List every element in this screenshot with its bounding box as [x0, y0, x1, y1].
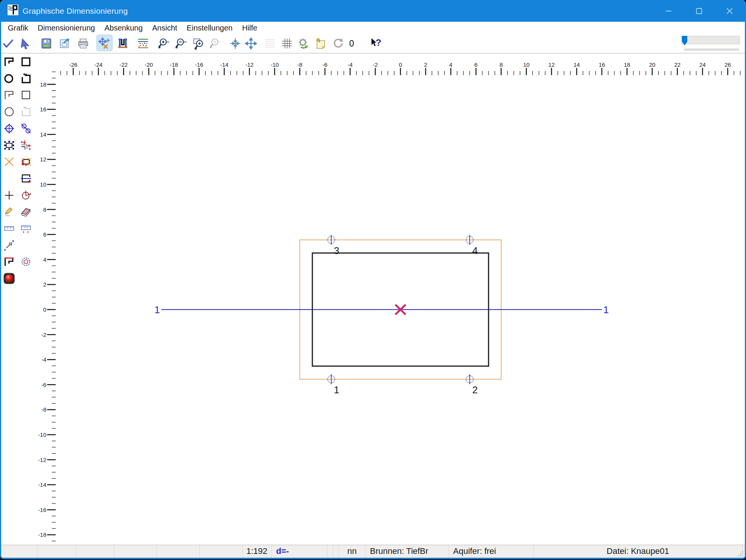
tool-pencil[interactable] [3, 206, 15, 217]
tool-ruler-marks[interactable] [20, 223, 32, 234]
menu-hilfe[interactable]: Hilfe [237, 22, 262, 34]
tool-selection-handles[interactable] [3, 140, 15, 151]
tool-point-marker[interactable] [3, 123, 15, 134]
well-icon [117, 37, 129, 50]
titlebar: Graphische Dimensionierung [1, 0, 745, 22]
circle-thick-icon [3, 73, 15, 84]
status-cell-empty-6 [200, 545, 243, 558]
svg-text:-16: -16 [38, 507, 47, 513]
close-button[interactable] [714, 0, 745, 22]
menu-einstellungen[interactable]: Einstellungen [182, 22, 237, 34]
rectangle-corner-marks-icon [20, 156, 32, 167]
tool-corner-move-arrows[interactable] [20, 140, 32, 151]
print-icon [77, 37, 89, 50]
tool-circle-thick[interactable] [3, 73, 15, 84]
svg-text:-22: -22 [119, 61, 128, 68]
zoom-out-button[interactable] [175, 37, 187, 50]
grid-lines-button[interactable] [281, 37, 293, 50]
menu-grafik[interactable]: Grafik [3, 22, 33, 34]
tool-record-ball[interactable] [3, 273, 15, 284]
tool-ruler[interactable] [3, 223, 15, 234]
svg-text:22: 22 [674, 61, 681, 68]
grid-dots-icon [264, 37, 276, 50]
svg-text:2: 2 [424, 61, 427, 68]
ruler-marks-icon [20, 223, 32, 234]
move-coordinate-button[interactable] [98, 37, 111, 50]
maximize-button[interactable] [684, 0, 714, 22]
zoom-slider-track[interactable] [682, 36, 740, 44]
svg-text:-8: -8 [297, 61, 302, 68]
note-pin-button[interactable] [314, 37, 326, 50]
pan-arrows-button[interactable] [245, 37, 257, 50]
tool-rectangle-thin[interactable] [20, 89, 32, 101]
collapse-arrows-button[interactable] [229, 37, 241, 50]
tool-circle-thin[interactable] [3, 106, 15, 117]
svg-text:10: 10 [40, 181, 47, 188]
settings-gear-button[interactable] [297, 37, 309, 50]
tool-measure-arrow[interactable] [3, 240, 15, 251]
context-help-button[interactable]: ? [369, 37, 381, 50]
zoom-out-icon [175, 37, 187, 50]
save-button[interactable] [40, 37, 52, 50]
grid-dots-button[interactable] [264, 37, 276, 50]
select-cursor-button[interactable] [19, 37, 32, 50]
zoom-in-icon [158, 37, 170, 50]
tool-eraser[interactable] [20, 206, 32, 217]
zoom-extent-button[interactable] [209, 37, 221, 50]
toolbar: 0 ? [1, 34, 745, 53]
print-button[interactable] [77, 37, 89, 50]
rotate-reset-button[interactable] [332, 37, 344, 50]
tool-delete-cross[interactable] [3, 156, 15, 167]
zoom-window-icon [193, 37, 205, 50]
resize-grip[interactable] [738, 551, 744, 557]
layers-icon [137, 37, 149, 50]
rectangle-direction-disabled-icon [20, 106, 32, 117]
tool-gear-rosette[interactable] [20, 256, 32, 267]
svg-text:1: 1 [154, 304, 160, 315]
window-controls [653, 0, 745, 22]
maximize-icon [696, 8, 703, 14]
status-cell-empty-5 [157, 545, 200, 558]
status-cell-mode: nn [339, 545, 365, 558]
drawing-canvas[interactable]: -26-24-22-20-18-16-14-12-10-8-6-4-202468… [1, 53, 745, 545]
svg-text:-8: -8 [41, 406, 46, 413]
svg-text:?: ? [376, 37, 381, 48]
cursor-icon [19, 37, 32, 50]
zoom-in-button[interactable] [158, 37, 170, 50]
menu-absenkung[interactable]: Absenkung [100, 22, 147, 34]
svg-text:-6: -6 [41, 381, 46, 388]
tool-rectangle-add-line[interactable] [20, 173, 32, 184]
zoom-window-button[interactable] [193, 37, 205, 50]
rotate-arrow-icon [332, 37, 344, 50]
tool-polygon-open-thin[interactable] [3, 89, 15, 101]
svg-text:1: 1 [334, 384, 339, 396]
apply-check-button[interactable] [2, 37, 14, 50]
svg-text:2: 2 [43, 281, 46, 288]
tool-crosshair[interactable] [3, 190, 15, 201]
status-cell-empty-3 [76, 545, 114, 558]
tool-polygon-red-segment[interactable] [3, 256, 15, 267]
svg-text:-10: -10 [270, 61, 279, 68]
tool-angle-circle[interactable] [20, 190, 32, 201]
svg-text:14: 14 [40, 131, 47, 138]
rectangle-thick-icon [20, 56, 32, 68]
export-button[interactable] [59, 37, 71, 50]
app-logo-icon [8, 5, 18, 15]
soil-layers-button[interactable] [137, 37, 149, 50]
minimize-button[interactable] [653, 0, 684, 22]
ruler-icon [3, 223, 15, 234]
well-button[interactable] [117, 37, 129, 50]
svg-text:4: 4 [472, 245, 478, 256]
tool-rectangle-corner-marks[interactable] [20, 156, 32, 167]
point-marker-icon [3, 123, 15, 134]
tool-rectangle-thick[interactable] [20, 56, 32, 68]
tool-rectangle-direction[interactable] [20, 73, 32, 84]
status-cell-d-readout: d=- [272, 545, 327, 558]
menu-ansicht[interactable]: Ansicht [148, 22, 182, 34]
tool-polygon-open-thick[interactable] [3, 56, 15, 68]
menu-dimensionierung[interactable]: Dimensionierung [33, 22, 100, 34]
tool-rectangle-direction-disabled[interactable] [20, 106, 32, 117]
tool-diagonal-points[interactable] [20, 123, 32, 134]
circle-thin-icon [3, 106, 15, 117]
svg-text:-2: -2 [373, 61, 378, 68]
